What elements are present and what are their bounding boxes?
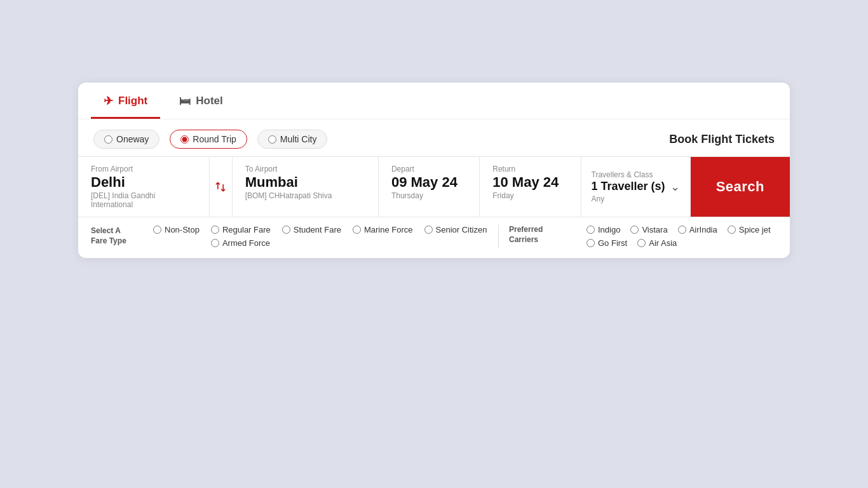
airasia-label: Air Asia [649, 238, 677, 248]
marine-force-label: Marine Force [364, 225, 413, 234]
fare-options: Regular Fare Student Fare Marine Force S… [211, 225, 488, 248]
indigo-label: Indigo [598, 225, 620, 234]
search-button[interactable]: Search [691, 157, 790, 217]
senior-citizen-radio[interactable] [424, 226, 433, 234]
trip-type-row: Oneway Round Trip Multi City Book Flight… [78, 119, 790, 154]
preferred-carriers-label: PreferredCarriers [509, 225, 579, 245]
carrier-airindia[interactable]: AirIndia [678, 225, 717, 234]
roundtrip-radio[interactable] [180, 135, 189, 144]
from-city: Delhi [91, 175, 196, 190]
vertical-divider [498, 225, 499, 248]
oneway-label: Oneway [116, 134, 149, 144]
depart-field[interactable]: Depart 09 May 24 Thursday [379, 157, 480, 217]
airasia-radio[interactable] [637, 239, 646, 247]
swap-button[interactable] [210, 157, 233, 217]
travellers-count: 1 Traveller (s) [592, 180, 665, 193]
fare-type-label: Select AFare Type [91, 225, 148, 246]
return-label: Return [492, 165, 567, 173]
marine-force-radio[interactable] [353, 226, 361, 234]
tab-flight-label: Flight [118, 95, 147, 107]
regular-fare-label: Regular Fare [222, 225, 271, 234]
to-field[interactable]: To Airport Mumbai [BOM] CHHatrapati Shiv… [233, 157, 379, 217]
book-title: Book Flight Tickets [669, 133, 775, 146]
return-day: Friday [492, 191, 567, 200]
carrier-options: Indigo Vistara AirIndia Spice jet Go Fir… [587, 225, 777, 248]
depart-day: Thursday [391, 191, 466, 200]
multicity-radio[interactable] [268, 135, 276, 144]
from-label: From Airport [91, 165, 196, 173]
fare-option-regular[interactable]: Regular Fare [211, 225, 271, 234]
senior-citizen-label: Senior Citizen [436, 225, 487, 234]
travellers-label: Travellers & Class [592, 170, 665, 179]
fare-option-senior[interactable]: Senior Citizen [424, 225, 487, 234]
travellers-content: Travellers & Class 1 Traveller (s) Any [592, 170, 665, 203]
flight-icon: ✈ [104, 94, 113, 108]
oneway-option[interactable]: Oneway [93, 130, 159, 149]
spicejet-label: Spice jet [739, 225, 771, 234]
non-stop-group[interactable]: Non-Stop [153, 225, 200, 234]
roundtrip-option[interactable]: Round Trip [170, 130, 247, 149]
fare-option-armed[interactable]: Armed Force [211, 238, 270, 248]
armed-force-label: Armed Force [222, 238, 270, 248]
fare-option-student[interactable]: Student Fare [282, 225, 341, 234]
carrier-indigo[interactable]: Indigo [587, 225, 620, 234]
non-stop-label: Non-Stop [165, 225, 200, 234]
airindia-radio[interactable] [678, 226, 686, 234]
tab-hotel[interactable]: 🛏 Hotel [166, 83, 236, 119]
gofirst-radio[interactable] [587, 239, 595, 247]
airindia-label: AirIndia [689, 225, 717, 234]
multicity-label: Multi City [280, 134, 317, 144]
chevron-down-icon: ⌄ [670, 180, 680, 194]
carrier-gofirst[interactable]: Go First [587, 238, 627, 248]
roundtrip-label: Round Trip [193, 134, 236, 144]
carriers-section: PreferredCarriers Indigo Vistara AirIndi… [509, 225, 777, 248]
travellers-field[interactable]: Travellers & Class 1 Traveller (s) Any ⌄ [581, 157, 691, 217]
multicity-option[interactable]: Multi City [257, 130, 328, 149]
spicejet-radio[interactable] [728, 226, 736, 234]
swap-icon [214, 180, 227, 193]
student-fare-radio[interactable] [282, 226, 290, 234]
from-field[interactable]: From Airport Delhi [DEL] India Gandhi In… [78, 157, 210, 217]
vistara-radio[interactable] [630, 226, 639, 234]
tab-bar: ✈ Flight 🛏 Hotel [78, 83, 790, 119]
return-field[interactable]: Return 10 May 24 Friday [480, 157, 581, 217]
gofirst-label: Go First [598, 238, 627, 248]
non-stop-radio[interactable] [153, 226, 161, 234]
search-bar: From Airport Delhi [DEL] India Gandhi In… [78, 156, 790, 217]
return-date: 10 May 24 [492, 175, 567, 190]
to-code: [BOM] CHHatrapati Shiva [245, 191, 365, 200]
oneway-radio[interactable] [104, 135, 112, 144]
from-code: [DEL] India Gandhi International [91, 191, 196, 209]
booking-card: ✈ Flight 🛏 Hotel Oneway Round Trip Multi… [78, 83, 790, 258]
fare-option-marine[interactable]: Marine Force [353, 225, 413, 234]
vistara-label: Vistara [642, 225, 667, 234]
student-fare-label: Student Fare [294, 225, 341, 234]
carrier-vistara[interactable]: Vistara [630, 225, 667, 234]
fare-row: Select AFare Type Non-Stop Regular Fare … [78, 217, 790, 258]
hotel-icon: 🛏 [179, 95, 191, 108]
regular-fare-radio[interactable] [211, 226, 219, 234]
indigo-radio[interactable] [587, 226, 595, 234]
armed-force-radio[interactable] [211, 239, 219, 247]
depart-date: 09 May 24 [391, 175, 466, 190]
carrier-spicejet[interactable]: Spice jet [728, 225, 771, 234]
non-stop-option[interactable]: Non-Stop [153, 225, 200, 234]
travellers-class: Any [592, 194, 665, 203]
carrier-airasia[interactable]: Air Asia [637, 238, 677, 248]
tab-flight[interactable]: ✈ Flight [91, 83, 160, 119]
to-city: Mumbai [245, 175, 365, 190]
fare-carriers-row: Select AFare Type Non-Stop Regular Fare … [91, 225, 488, 248]
tab-hotel-label: Hotel [196, 95, 223, 107]
depart-label: Depart [391, 165, 466, 173]
to-label: To Airport [245, 165, 365, 173]
